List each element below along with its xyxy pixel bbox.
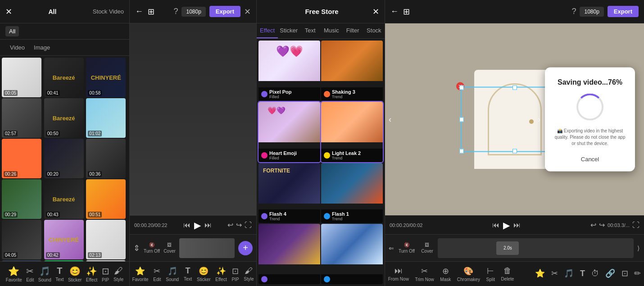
- right-toolbar-extra6[interactable]: 🔗: [605, 268, 615, 279]
- skip-back-button[interactable]: ⏮: [183, 221, 190, 229]
- toolbar-style[interactable]: 🖌 Style: [113, 266, 123, 282]
- handle-top-mid[interactable]: [512, 86, 517, 90]
- toolbar-edit[interactable]: ✂ Edit: [26, 266, 34, 282]
- middle-toolbar-pip[interactable]: ⊡ PIP: [231, 266, 239, 282]
- redo-icon[interactable]: ↪: [236, 221, 242, 229]
- right-toolbar-extra8[interactable]: ✏: [634, 268, 641, 279]
- right-toolbar-extra7[interactable]: ⊡: [621, 268, 628, 279]
- track-expand-icon[interactable]: ⟩: [636, 245, 640, 252]
- close-icon[interactable]: ✕: [5, 7, 12, 17]
- video-thumb-11[interactable]: Bareezé00:43: [44, 179, 84, 219]
- video-thumb-16[interactable]: 04:14: [2, 260, 41, 261]
- toolbar-sound[interactable]: 🎵 Sound: [38, 266, 51, 282]
- middle-toolbar-sound[interactable]: 🎵 Sound: [166, 266, 179, 282]
- preview-next-button[interactable]: ›: [538, 115, 540, 124]
- fullscreen-icon[interactable]: ⛶: [245, 221, 252, 229]
- right-track-back-icon[interactable]: ⇐: [389, 245, 394, 252]
- video-thumb-3[interactable]: CHINYERÉ00:58: [86, 58, 126, 97]
- video-thumb-14[interactable]: CHINYERÉ00:42: [44, 220, 84, 259]
- add-clip-button[interactable]: +: [238, 241, 253, 255]
- right-toolbar-extra5[interactable]: ⏱: [591, 269, 599, 279]
- play-button[interactable]: ▶: [194, 220, 201, 231]
- right-toolbar-extra3[interactable]: 🎵: [564, 268, 574, 279]
- right-back-button[interactable]: ←: [390, 7, 399, 16]
- middle-toolbar-sticker[interactable]: 😊 Sticker: [197, 266, 211, 282]
- tab-video[interactable]: Video: [5, 42, 29, 53]
- video-thumb-12[interactable]: 00:51: [86, 179, 126, 219]
- right-cover-control[interactable]: 🖼 Cover: [421, 242, 433, 254]
- effect-item-1[interactable]: 💜💗Pixel PopFilled: [259, 41, 320, 101]
- middle-toolbar-text[interactable]: T Text: [184, 266, 192, 281]
- video-thumb-10[interactable]: 00:29: [2, 179, 41, 219]
- right-toolbar-extra4[interactable]: T: [580, 269, 585, 279]
- effect-item-4[interactable]: Light Leak 2Trend: [321, 102, 383, 162]
- right-toolbar-extra2[interactable]: ✂: [551, 268, 558, 279]
- right-toolbar-mask[interactable]: ⊕ Mask: [440, 266, 451, 282]
- store-tab-stock[interactable]: Stock: [363, 23, 385, 38]
- store-tab-filter[interactable]: Filter: [342, 23, 363, 38]
- right-toolbar-from-now[interactable]: ⏭ From Now: [388, 266, 409, 281]
- right-fullscreen-icon[interactable]: ⛶: [632, 221, 639, 229]
- right-grid-button[interactable]: ⊞: [403, 7, 410, 17]
- right-volume-control[interactable]: 🔇 Turn Off: [399, 242, 415, 254]
- toolbar-text[interactable]: T Text: [55, 266, 63, 282]
- right-toolbar-delete[interactable]: 🗑 Delete: [501, 266, 514, 281]
- right-play-button[interactable]: ▶: [503, 220, 510, 231]
- video-thumb-8[interactable]: 00:20: [44, 139, 84, 178]
- effect-item-3[interactable]: 💗💜Heart EmojiFilled: [259, 102, 320, 162]
- video-thumb-17[interactable]: 00:27: [44, 260, 84, 261]
- video-thumb-1[interactable]: 00:05: [2, 58, 41, 97]
- close-middle-button[interactable]: ✕: [244, 7, 251, 17]
- middle-toolbar-style[interactable]: 🖌 Style: [244, 266, 254, 281]
- right-skip-forward-button[interactable]: ⏭: [513, 221, 521, 229]
- video-thumb-6[interactable]: 01:02: [86, 98, 126, 138]
- middle-toolbar-edit[interactable]: ✂ Edit: [153, 266, 161, 282]
- video-thumb-4[interactable]: 02:57: [2, 98, 41, 138]
- right-resolution-button[interactable]: 1080p: [580, 7, 603, 17]
- store-close-button[interactable]: ✕: [372, 7, 379, 17]
- middle-toolbar-effect[interactable]: ✨ Effect: [215, 266, 227, 282]
- right-export-button[interactable]: Export: [608, 6, 639, 17]
- video-thumb-18[interactable]: 01:27: [86, 260, 126, 261]
- video-thumb-2[interactable]: Bareezé00:41: [44, 58, 84, 97]
- handle-top-left[interactable]: [459, 86, 464, 90]
- right-help-button[interactable]: ?: [571, 7, 576, 16]
- store-tab-music[interactable]: Music: [321, 23, 342, 38]
- toolbar-sticker[interactable]: 😊 Sticker: [68, 266, 82, 282]
- volume-control[interactable]: 🔇 Turn Off: [144, 242, 160, 254]
- handle-bottom-left[interactable]: [459, 149, 464, 154]
- handle-left-mid[interactable]: [459, 117, 464, 122]
- video-thumb-9[interactable]: 00:36: [86, 139, 126, 178]
- cancel-save-button[interactable]: Cancel: [576, 154, 604, 164]
- effect-item-6[interactable]: Flash 1Trend: [321, 163, 383, 223]
- export-button[interactable]: Export: [209, 6, 240, 17]
- right-toolbar-extra1[interactable]: ⭐: [535, 268, 545, 279]
- store-tab-text[interactable]: Text: [299, 23, 321, 38]
- video-thumb-15[interactable]: 02:13: [86, 220, 126, 259]
- effect-item-7[interactable]: [259, 224, 320, 284]
- right-skip-back-button[interactable]: ⏮: [492, 221, 499, 229]
- undo-icon[interactable]: ↩: [227, 221, 233, 229]
- video-thumb-5[interactable]: Bareezé00:50: [44, 98, 84, 138]
- effect-item-5[interactable]: FORTNITEFlash 4Trend: [259, 163, 320, 223]
- store-tab-effect[interactable]: Effect: [257, 23, 278, 38]
- tab-image[interactable]: Image: [29, 42, 54, 53]
- video-thumb-13[interactable]: 04:05: [2, 220, 41, 259]
- resolution-button[interactable]: 1080p: [181, 7, 205, 17]
- effect-item-8[interactable]: [321, 224, 383, 284]
- right-toolbar-trim[interactable]: ✂ Trim Now: [415, 266, 434, 282]
- back-button[interactable]: ←: [135, 7, 143, 16]
- store-tab-sticker[interactable]: Sticker: [278, 23, 299, 38]
- toolbar-favorite[interactable]: ⭐ Favorite: [6, 266, 22, 282]
- cover-control[interactable]: 🖼 Cover: [163, 242, 176, 254]
- preview-prev-button[interactable]: ‹: [389, 115, 391, 124]
- right-toolbar-split[interactable]: ⊢ Split: [486, 266, 494, 282]
- toolbar-pip[interactable]: ⊡ PIP: [102, 266, 109, 282]
- help-button[interactable]: ?: [173, 7, 178, 16]
- track-adjust-icon[interactable]: ⇕: [133, 243, 140, 253]
- right-redo-icon[interactable]: ↪: [599, 221, 605, 229]
- right-toolbar-chromakey[interactable]: 🎨 Chromakey: [457, 266, 480, 282]
- grid-view-button[interactable]: ⊞: [148, 7, 154, 17]
- right-undo-icon[interactable]: ↩: [590, 221, 596, 229]
- tab-all[interactable]: All: [5, 26, 19, 36]
